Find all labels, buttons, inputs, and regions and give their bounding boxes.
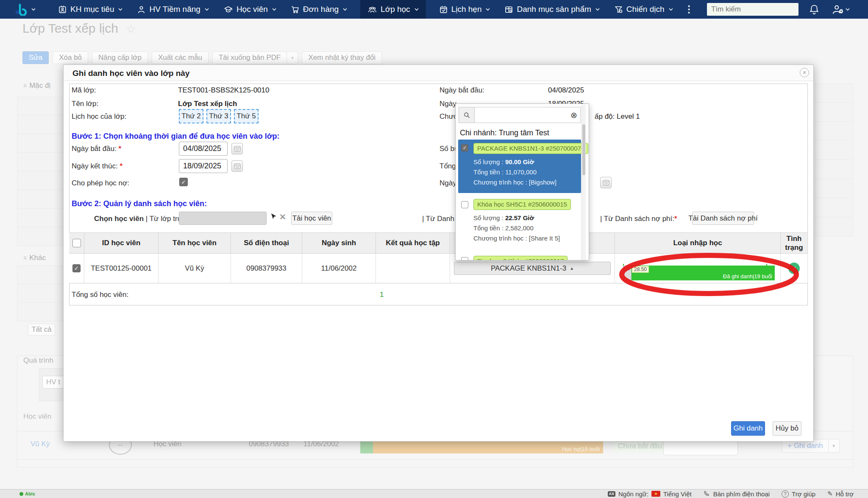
nav-item-danh-muc-san-pham[interactable]: Danh mục sản phẩm — [497, 0, 606, 19]
support-button[interactable]: ✎ Hỗ trợ — [827, 490, 854, 498]
dropdown-item-selected[interactable]: ✓ PACKAGE KNBS1N1-3 #2507000076 Số lượng… — [458, 140, 581, 193]
r-date-calendar-button[interactable] — [600, 177, 612, 188]
end-date-calendar-button[interactable] — [231, 160, 243, 172]
language-switcher[interactable]: AX Ngôn ngữ: ★ Tiếng Việt — [608, 490, 692, 498]
cancel-button[interactable]: Hủy bỏ — [773, 421, 801, 436]
nav-item-don-hang[interactable]: Đơn hàng — [284, 0, 354, 19]
step1-heading: Bước 1: Chọn khoảng thời gian để đưa học… — [72, 132, 280, 141]
help-label: Trợ giúp — [792, 490, 815, 498]
product-catalog-icon — [504, 5, 513, 14]
package-pill: PACKAGE KNBS1N1-3 #2507000076 — [473, 143, 588, 154]
fee-debt-label: | Từ Danh sách nợ phí:* — [600, 215, 677, 223]
global-search[interactable] — [707, 3, 798, 16]
graduation-cap-icon — [223, 5, 233, 14]
language-value: Tiếng Việt — [663, 490, 692, 498]
item-money-line: Tổng tiền : 2,582,000 — [473, 224, 534, 232]
step2-heading: Bước 2: Quản lý danh sách học viên: — [72, 199, 207, 208]
footer-bar: Abis AX Ngôn ngữ: ★ Tiếng Việt Bàn phím … — [0, 489, 868, 498]
nav-item-hoc-vien[interactable]: Học viên — [216, 0, 284, 19]
branch-label: Chi nhánh: Trung tâm Test — [460, 129, 549, 137]
header-id: ID học viên — [84, 232, 159, 254]
clear-selection-icon[interactable]: ✕ — [279, 212, 286, 222]
dropdown-item-3[interactable]: Bigshow 3 Khóa #2506000017 — [458, 255, 581, 260]
notifications-button[interactable] — [809, 4, 820, 17]
load-fee-debt-button[interactable]: Tải Danh sách nợ phí — [692, 212, 754, 225]
chevron-down-icon — [343, 8, 347, 11]
row-checkbox[interactable]: ✓ — [72, 264, 81, 272]
load-students-button[interactable]: Tải học viên — [291, 212, 332, 225]
chevron-down-icon — [415, 8, 419, 11]
clear-search-icon[interactable]: ⊗ — [568, 107, 580, 123]
day-chip-tue: Thứ 3 — [206, 109, 231, 123]
nav-item-label: Lịch hẹn — [451, 5, 482, 14]
item-checkbox[interactable] — [461, 257, 468, 260]
dots-vertical-icon: ⋮ — [684, 4, 694, 15]
dropdown-scrollbar-track[interactable] — [581, 105, 586, 260]
select-all-header-cell — [69, 232, 84, 254]
modal-title: Ghi danh học viên vào lớp này — [72, 69, 189, 78]
phone-keyboard-button[interactable]: Bàn phím điện thoại — [704, 490, 770, 498]
package-pill: Khóa học SH5C1 #2506000015 — [473, 199, 571, 210]
dropdown-search-input[interactable] — [475, 107, 568, 123]
r-date-label-fragment: Ngày — [440, 179, 456, 187]
select-all-checkbox[interactable] — [72, 239, 81, 247]
nav-item-lop-hoc[interactable]: Lớp học — [360, 0, 426, 19]
start-date-calendar-button[interactable] — [231, 143, 243, 154]
package-select-button[interactable]: PACKAGE KNBS1N1-3 ▲ — [454, 262, 611, 275]
brand-logo[interactable]: Abis — [19, 491, 35, 496]
modal-header: Ghi danh học viên vào lớp này ✕ — [64, 65, 813, 81]
user-settings-menu[interactable] — [832, 3, 850, 15]
nav-item-label: HV Tiềm năng — [149, 5, 200, 14]
question-icon: ? — [782, 490, 789, 498]
header-status: Tình trạng — [781, 232, 808, 254]
end-date-input[interactable]: 18/09/2025 — [179, 159, 228, 173]
item-checkbox[interactable]: ✓ — [461, 144, 468, 151]
phone-keyboard-label: Bàn phím điện thoại — [713, 490, 770, 498]
calendar-icon — [234, 163, 241, 169]
header-phone: Số điện thoại — [231, 232, 302, 254]
nav-item-label: Học viên — [236, 5, 268, 14]
row-dob: 11/06/2002 — [302, 254, 376, 283]
class-code-label: Mã lớp: — [72, 86, 96, 95]
id-card-icon — [58, 5, 67, 14]
nav-item-chien-dich[interactable]: Chiến dịch — [607, 0, 680, 19]
allow-debt-checkbox[interactable]: ✓ — [179, 178, 188, 186]
modal-close-icon[interactable]: ✕ — [800, 68, 809, 77]
help-button[interactable]: ? Trợ giúp — [782, 490, 815, 498]
nav-item-lich-hen[interactable]: Lịch hẹn — [432, 0, 498, 19]
start-date-input[interactable]: 04/08/2025 — [179, 142, 228, 156]
previous-class-input[interactable] — [179, 212, 267, 225]
item-program-line: Chương trình học : [Share It 5] — [473, 235, 560, 242]
item-qty-line: Số lượng : 90.00 Giờ — [473, 158, 534, 165]
person-icon — [137, 5, 146, 14]
search-input[interactable] — [710, 5, 806, 14]
r-total-label-fragment: Tổng — [440, 162, 456, 171]
chevron-down-icon — [669, 8, 673, 11]
header-result: Kết quả học tập — [376, 232, 450, 254]
chevron-down-icon — [118, 8, 122, 11]
app-logo[interactable] — [0, 0, 41, 19]
item-money-line: Tổng tiền : 11,070,000 — [473, 168, 537, 176]
nav-item-hv-tiem-nang[interactable]: HV Tiềm năng — [130, 0, 216, 19]
end-date-label: Ngày kết thúc: * — [72, 162, 122, 171]
item-qty-line: Số lượng : 22.57 Giờ — [473, 214, 534, 221]
item-checkbox[interactable] — [461, 201, 468, 208]
enroll-submit-button[interactable]: Ghi danh — [731, 421, 765, 436]
header-type: Loại nhập học — [615, 232, 781, 254]
schedule-label: Lịch học của lớp: — [72, 112, 126, 121]
nav-item-kh-muc-tieu[interactable]: KH mục tiêu — [51, 0, 130, 19]
cart-icon — [291, 5, 300, 14]
from-list-fragment: | Từ Danh — [422, 215, 454, 223]
row-id: TEST00125-00001 — [84, 254, 159, 283]
nav-item-label: KH mục tiêu — [70, 5, 114, 14]
r-start-date-label: Ngày bắt đầu: — [440, 86, 484, 95]
nav-more-menu[interactable]: ⋮ — [680, 0, 698, 19]
row-name: Vũ Kỳ — [159, 254, 231, 283]
chevron-down-icon — [31, 8, 36, 11]
day-chip-mon: Thứ 2 — [179, 109, 203, 123]
pointer-select-icon[interactable] — [270, 213, 277, 223]
package-pill: Bigshow 3 Khóa #2506000017 — [473, 256, 568, 260]
dropdown-scrollbar-thumb[interactable] — [582, 124, 585, 175]
chevron-down-icon — [846, 8, 850, 11]
dropdown-item-2[interactable]: Khóa học SH5C1 #2506000015 Số lượng : 22… — [458, 196, 581, 252]
